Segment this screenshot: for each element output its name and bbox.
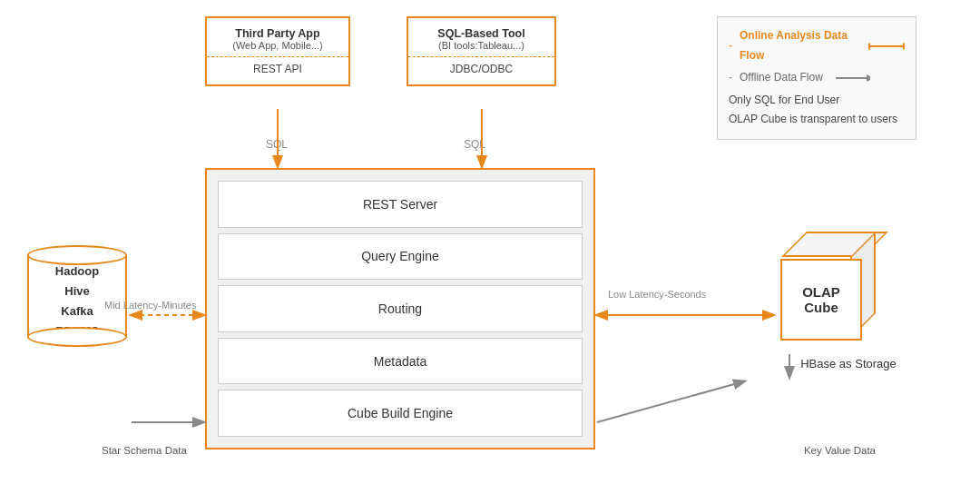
rest-server-box: REST Server: [218, 181, 583, 228]
routing-box: Routing: [218, 285, 583, 332]
third-party-app-box: Third Party App (Web App, Mobile...) RES…: [205, 16, 350, 86]
sql-label-left: SQL: [266, 138, 288, 151]
third-party-title: Third Party App: [220, 27, 336, 40]
mid-latency-label: Mid Latency-Minutes: [104, 300, 197, 311]
online-flow-arrow-icon: [868, 42, 905, 51]
metadata-box: Metadata: [218, 338, 583, 385]
legend-item2: OLAP Cube is transparent to users: [729, 110, 905, 130]
legend-offline-label: Offline Data Flow: [740, 68, 823, 88]
low-latency-label: Low Latency-Seconds: [608, 289, 706, 300]
star-schema-label: Star Schema Data: [102, 445, 187, 456]
cube-front-face: OLAPCube: [780, 259, 862, 341]
legend-online-label: Online Analysis Data Flow: [740, 26, 858, 65]
svg-marker-2: [868, 43, 870, 50]
sql-tool-title: SQL-Based Tool: [421, 27, 542, 40]
svg-line-10: [597, 381, 744, 422]
main-engine-container: REST Server Query Engine Routing Metadat…: [205, 168, 595, 449]
key-value-label: Key Value Data: [804, 445, 876, 456]
svg-marker-1: [903, 43, 905, 50]
hadoop-cylinder: HadoopHiveKafkaRDBMS: [27, 245, 127, 347]
sql-tool-subtitle: (BI tools:Tableau...): [421, 40, 542, 51]
legend-item1: Only SQL for End User: [729, 91, 905, 111]
third-party-subtitle: (Web App, Mobile...): [220, 40, 336, 51]
cylinder-body: HadoopHiveKafkaRDBMS: [27, 255, 127, 337]
olap-cube: OLAPCube: [767, 232, 876, 341]
query-engine-box: Query Engine: [218, 233, 583, 281]
offline-flow-arrow-icon: [834, 74, 870, 83]
hbase-label: HBase as Storage: [789, 357, 907, 370]
third-party-api: REST API: [220, 63, 336, 75]
cylinder-top: [27, 245, 127, 265]
sql-tool-api: JDBC/ODBC: [421, 63, 542, 75]
cube-build-box: Cube Build Engine: [218, 390, 583, 437]
cylinder-bottom: [27, 327, 127, 347]
sql-tool-box: SQL-Based Tool (BI tools:Tableau...) JDB…: [407, 16, 556, 86]
legend-box: - Online Analysis Data Flow - Offline Da…: [717, 16, 916, 140]
svg-marker-4: [867, 74, 870, 82]
sql-label-right: SQL: [464, 138, 485, 151]
